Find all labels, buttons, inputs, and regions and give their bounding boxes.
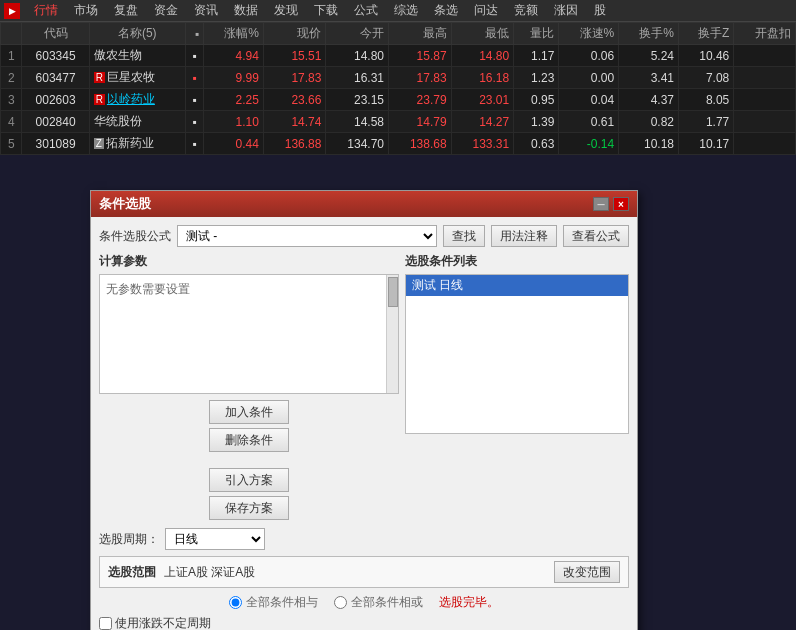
params-section-title: 计算参数 [99,253,399,270]
btn-row-import: 引入方案 [99,468,399,492]
cell-ipo [734,89,796,111]
cell-turnoverz: 7.08 [679,67,734,89]
cell-code: 002840 [22,111,89,133]
menu-item-stock[interactable]: 股 [586,0,614,21]
menu-item-data[interactable]: 数据 [226,0,266,21]
conditions-list[interactable]: 测试 日线 [405,274,629,434]
params-content: 无参数需要设置 [104,279,394,300]
scope-section: 选股范围 上证A股 深证A股 改变范围 [99,556,629,588]
cell-turnover: 0.82 [619,111,679,133]
cell-ipo [734,45,796,67]
cell-vol: 1.17 [514,45,559,67]
cell-turnover: 4.37 [619,89,679,111]
menu-item-ask[interactable]: 问达 [466,0,506,21]
cell-name: 华统股份 [89,111,185,133]
cell-price: 23.66 [263,89,326,111]
cell-code: 603345 [22,45,89,67]
menu-item-replay[interactable]: 复盘 [106,0,146,21]
dialog-body: 条件选股公式 测试 - 查找 用法注释 查看公式 计算参数 无参数需要设置 [91,217,637,630]
cell-low: 23.01 [451,89,514,111]
col-header-low: 最低 [451,23,514,45]
scope-content: 上证A股 深证A股 [164,564,546,581]
table-row[interactable]: 5 301089 Z拓新药业 ▪ 0.44 136.88 134.70 138.… [1,133,796,155]
cell-low: 14.80 [451,45,514,67]
radio-and-input[interactable] [229,596,242,609]
cell-change: 2.25 [204,89,264,111]
table-row[interactable]: 4 002840 华统股份 ▪ 1.10 14.74 14.58 14.79 1… [1,111,796,133]
import-plan-button[interactable]: 引入方案 [209,468,289,492]
right-panel: 选股条件列表 测试 日线 [405,253,629,550]
btn-row-delete: 删除条件 [99,428,399,452]
add-condition-button[interactable]: 加入条件 [209,400,289,424]
dialog-title: 条件选股 [99,195,151,213]
dialog-close-button[interactable]: × [613,197,629,211]
menu-item-market[interactable]: 市场 [66,0,106,21]
save-plan-button[interactable]: 保存方案 [209,496,289,520]
dialog-titlebar: 条件选股 ─ × [91,191,637,217]
cell-index: 3 [1,89,22,111]
col-header-ipo: 开盘扣 [734,23,796,45]
cell-change: 0.44 [204,133,264,155]
dialog-minimize-button[interactable]: ─ [593,197,609,211]
menu-item-capital[interactable]: 资金 [146,0,186,21]
menu-item-rise[interactable]: 涨因 [546,0,586,21]
condition-item[interactable]: 测试 日线 [406,275,628,296]
cell-change: 4.94 [204,45,264,67]
cell-ipo [734,111,796,133]
cb-use-period-input[interactable] [99,617,112,630]
menu-item-discover[interactable]: 发现 [266,0,306,21]
table-row[interactable]: 3 002603 R以岭药业 ▪ 2.25 23.66 23.15 23.79 … [1,89,796,111]
cell-ipo [734,133,796,155]
radio-or-label: 全部条件相或 [351,594,423,611]
cell-speed: 0.04 [559,89,619,111]
cell-code: 603477 [22,67,89,89]
col-header-open: 今开 [326,23,389,45]
action-buttons: 加入条件 删除条件 引入方案 保存方案 [99,400,399,520]
radio-and-label: 全部条件相与 [246,594,318,611]
cell-price: 136.88 [263,133,326,155]
cell-high: 15.87 [389,45,452,67]
menu-item-download[interactable]: 下载 [306,0,346,21]
delete-condition-button[interactable]: 删除条件 [209,428,289,452]
menu-item-compete[interactable]: 竞额 [506,0,546,21]
cell-vol: 0.63 [514,133,559,155]
menu-item-composite[interactable]: 综选 [386,0,426,21]
scrollbar-thumb [388,277,398,307]
cell-open: 134.70 [326,133,389,155]
badge-r: R [94,72,105,83]
dialog-title-buttons: ─ × [593,197,629,211]
cell-name: 傲农生物 [89,45,185,67]
table-row[interactable]: 1 603345 傲农生物 ▪ 4.94 15.51 14.80 15.87 1… [1,45,796,67]
col-header-change: 涨幅% [204,23,264,45]
col-header-speed: 涨速% [559,23,619,45]
cell-dot: ▪ [185,89,203,111]
cell-change: 9.99 [204,67,264,89]
cell-price: 14.74 [263,111,326,133]
table-row[interactable]: 2 603477 R巨星农牧 ▪ 9.99 17.83 16.31 17.83 … [1,67,796,89]
cell-index: 5 [1,133,22,155]
dialog-main: 计算参数 无参数需要设置 加入条件 删除条件 引入方 [99,253,629,550]
view-formula-button[interactable]: 查看公式 [563,225,629,247]
menu-item-formula[interactable]: 公式 [346,0,386,21]
cell-speed: -0.14 [559,133,619,155]
cell-open: 23.15 [326,89,389,111]
menu-item-quotes[interactable]: 行情 [26,0,66,21]
search-button[interactable]: 查找 [443,225,485,247]
badge-z: Z [94,138,104,149]
formula-label: 条件选股公式 [99,228,171,245]
cell-open: 14.58 [326,111,389,133]
usage-button[interactable]: 用法注释 [491,225,557,247]
radio-or-input[interactable] [334,596,347,609]
menu-item-filter[interactable]: 条选 [426,0,466,21]
cell-speed: 0.06 [559,45,619,67]
btn-row-save: 保存方案 [99,496,399,520]
stock-table: 代码 名称(5) ▪ 涨幅% 现价 今开 最高 最低 量比 涨速% 换手% 换手… [0,22,796,155]
cell-ipo [734,67,796,89]
change-scope-button[interactable]: 改变范围 [554,561,620,583]
cell-vol: 1.39 [514,111,559,133]
params-box: 无参数需要设置 [99,274,399,394]
params-scrollbar[interactable] [386,275,398,393]
menu-item-news[interactable]: 资讯 [186,0,226,21]
period-select[interactable]: 日线 周线 月线 [165,528,265,550]
formula-select[interactable]: 测试 - [177,225,437,247]
